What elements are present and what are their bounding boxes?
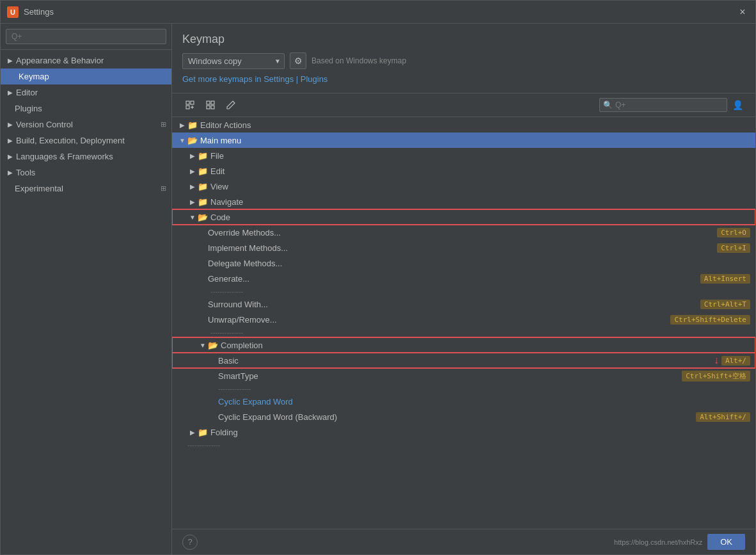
sidebar-item-plugins-label: Plugins bbox=[15, 104, 42, 113]
smarttype-shortcut: Ctrl+Shift+空格 bbox=[682, 371, 750, 382]
sidebar-item-keymap-label: Keymap bbox=[19, 72, 49, 81]
folding-folder-icon: 📁 bbox=[198, 427, 208, 437]
tree-item-implement-methods[interactable]: Implement Methods... Ctrl+I bbox=[172, 240, 755, 255]
completion-folder-icon: 📂 bbox=[208, 340, 218, 350]
expand-all-button[interactable] bbox=[203, 97, 218, 113]
edit-label: Edit bbox=[210, 166, 750, 176]
tree-item-main-menu[interactable]: ▼ 📂 Main menu bbox=[172, 133, 755, 148]
override-methods-label: Override Methods... bbox=[208, 228, 717, 237]
sidebar-item-editor[interactable]: ▶ Editor bbox=[1, 84, 171, 101]
svg-rect-8 bbox=[211, 106, 214, 109]
tree-item-navigate[interactable]: ▶ 📁 Navigate bbox=[172, 194, 755, 209]
basic-shortcut: Alt+/ bbox=[721, 356, 750, 366]
sidebar-item-experimental-label: Experimental bbox=[15, 184, 63, 193]
sidebar-item-keymap[interactable]: Keymap bbox=[1, 68, 171, 84]
file-arrow-icon: ▶ bbox=[187, 150, 198, 161]
sidebar-item-version-control-label: Version Control bbox=[16, 120, 73, 129]
tree-item-completion[interactable]: ▼ 📂 Completion bbox=[172, 337, 755, 353]
sidebar-search-bar bbox=[1, 24, 171, 50]
delegate-methods-label: Delegate Methods... bbox=[208, 259, 750, 268]
keymap-controls: Windows copy ▼ ⚙ Based on Windows keymap bbox=[182, 52, 745, 69]
toolbar-search: 🔍 👤 bbox=[599, 97, 745, 113]
sidebar-item-appearance[interactable]: ▶ Appearance & Behavior bbox=[1, 52, 171, 68]
tree-search-input[interactable] bbox=[599, 98, 727, 112]
separator-4-label: -------------- bbox=[187, 441, 220, 449]
separator-1: -------------- bbox=[172, 286, 755, 296]
code-arrow-icon: ▼ bbox=[187, 212, 198, 222]
tree-item-cyclic-expand-backward[interactable]: Cyclic Expand Word (Backward) Alt+Shift+… bbox=[172, 409, 755, 424]
close-button[interactable]: × bbox=[736, 6, 749, 19]
sidebar-item-build[interactable]: ▶ Build, Execution, Deployment bbox=[1, 133, 171, 149]
implement-methods-label: Implement Methods... bbox=[208, 243, 717, 253]
generate-label: Generate... bbox=[208, 274, 700, 284]
svg-rect-7 bbox=[207, 106, 210, 109]
cyclic-expand-backward-label: Cyclic Expand Word (Backward) bbox=[218, 412, 696, 422]
help-button[interactable]: ? bbox=[182, 535, 198, 550]
sidebar-search-input[interactable] bbox=[6, 29, 166, 44]
tree-item-smarttype[interactable]: SmartType Ctrl+Shift+空格 bbox=[172, 368, 755, 383]
main-content: Keymap Windows copy ▼ ⚙ Based on Windows… bbox=[172, 24, 755, 554]
keymap-based-on-text: Based on Windows keymap bbox=[311, 56, 406, 65]
tree-item-surround-with[interactable]: Surround With... Ctrl+Alt+T bbox=[172, 296, 755, 312]
sidebar-item-languages-label: Languages & Frameworks bbox=[16, 152, 113, 161]
surround-with-shortcut: Ctrl+Alt+T bbox=[700, 300, 750, 309]
unwrap-remove-label: Unwrap/Remove... bbox=[208, 315, 670, 325]
implement-methods-shortcut: Ctrl+I bbox=[717, 243, 750, 253]
separator-3: -------------- bbox=[172, 383, 755, 394]
version-control-arrow-icon: ▶ bbox=[6, 120, 15, 129]
sidebar-item-experimental[interactable]: Experimental ⊞ bbox=[1, 181, 171, 197]
editor-actions-arrow-icon: ▶ bbox=[177, 120, 187, 130]
tree-item-delegate-methods[interactable]: Delegate Methods... bbox=[172, 255, 755, 271]
completion-arrow-icon: ▼ bbox=[198, 340, 208, 350]
content-header: Keymap Windows copy ▼ ⚙ Based on Windows… bbox=[172, 24, 755, 93]
sidebar: ▶ Appearance & Behavior Keymap ▶ Editor … bbox=[1, 24, 172, 554]
ok-button[interactable]: OK bbox=[707, 534, 745, 550]
code-folder-icon: 📂 bbox=[198, 212, 208, 222]
tree-item-unwrap-remove[interactable]: Unwrap/Remove... Ctrl+Shift+Delete bbox=[172, 312, 755, 327]
tree-item-basic[interactable]: Basic ↓ Alt+/ bbox=[172, 353, 755, 368]
tree-item-editor-actions[interactable]: ▶ 📁 Editor Actions bbox=[172, 117, 755, 133]
tree-item-code[interactable]: ▼ 📂 Code bbox=[172, 209, 755, 225]
keymap-select[interactable]: Windows copy bbox=[182, 53, 285, 69]
tree-item-cyclic-expand[interactable]: Cyclic Expand Word bbox=[172, 394, 755, 409]
window-title: Settings bbox=[24, 7, 736, 17]
bottom-bar: ? https://blog.csdn.net/hxhRxz OK bbox=[172, 529, 755, 554]
navigate-folder-icon: 📁 bbox=[198, 197, 208, 207]
sidebar-item-languages[interactable]: ▶ Languages & Frameworks bbox=[1, 149, 171, 165]
sidebar-navigation: ▶ Appearance & Behavior Keymap ▶ Editor … bbox=[1, 50, 171, 554]
keymap-gear-button[interactable]: ⚙ bbox=[290, 52, 306, 69]
sidebar-item-editor-label: Editor bbox=[16, 88, 38, 97]
app-icon: U bbox=[7, 6, 19, 18]
build-arrow-icon: ▶ bbox=[6, 136, 15, 145]
editor-arrow-icon: ▶ bbox=[6, 88, 15, 97]
svg-rect-2 bbox=[186, 106, 189, 109]
tree-item-folding[interactable]: ▶ 📁 Folding bbox=[172, 424, 755, 440]
unwrap-remove-shortcut: Ctrl+Shift+Delete bbox=[670, 315, 750, 325]
tree-item-file[interactable]: ▶ 📁 File bbox=[172, 148, 755, 163]
folding-label: Folding bbox=[210, 428, 750, 437]
tree-item-edit[interactable]: ▶ 📁 Edit bbox=[172, 163, 755, 179]
editor-actions-label: Editor Actions bbox=[200, 120, 750, 130]
svg-rect-0 bbox=[186, 101, 189, 104]
sidebar-item-plugins[interactable]: Plugins bbox=[1, 101, 171, 117]
collapse-all-button[interactable] bbox=[182, 97, 198, 113]
folding-arrow-icon: ▶ bbox=[187, 427, 198, 437]
tree-item-view[interactable]: ▶ 📁 View bbox=[172, 179, 755, 194]
watermark-text: https://blog.csdn.net/hxhRxz bbox=[614, 538, 702, 546]
sidebar-item-tools[interactable]: ▶ Tools bbox=[1, 165, 171, 181]
edit-button[interactable] bbox=[223, 97, 239, 113]
svg-rect-1 bbox=[191, 101, 194, 104]
content-title: Keymap bbox=[182, 33, 745, 46]
get-more-keymaps-link[interactable]: Get more keymaps in Settings | Plugins bbox=[182, 74, 327, 84]
tree-item-override-methods[interactable]: Override Methods... Ctrl+O bbox=[172, 225, 755, 240]
view-folder-icon: 📁 bbox=[198, 181, 208, 191]
dialog-body: ▶ Appearance & Behavior Keymap ▶ Editor … bbox=[1, 24, 755, 554]
tree-item-generate[interactable]: Generate... Alt+Insert bbox=[172, 271, 755, 286]
sidebar-item-version-control[interactable]: ▶ Version Control ⊞ bbox=[1, 117, 171, 133]
settings-dialog: U Settings × ▶ Appearance & Behavior Key… bbox=[0, 0, 756, 555]
user-filter-button[interactable]: 👤 bbox=[730, 97, 745, 113]
title-bar: U Settings × bbox=[1, 1, 755, 24]
cyclic-expand-backward-shortcut: Alt+Shift+/ bbox=[696, 412, 750, 422]
surround-with-label: Surround With... bbox=[208, 300, 700, 309]
code-label: Code bbox=[210, 213, 750, 222]
